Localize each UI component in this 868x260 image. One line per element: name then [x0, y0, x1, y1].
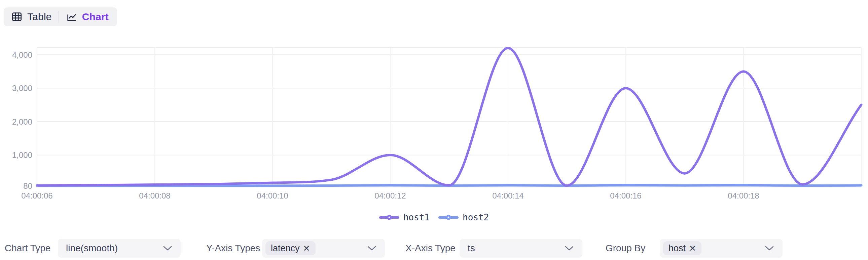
chart-type-value: line(smooth) [58, 243, 118, 254]
chevron-down-icon [565, 246, 574, 251]
group-by-chip-text: host [669, 243, 686, 254]
group-by-select[interactable]: host ✕ [660, 239, 782, 258]
table-icon [11, 11, 23, 23]
x-axis-type-select[interactable]: ts [460, 239, 582, 258]
x-axis-type-value: ts [460, 243, 475, 254]
legend-marker-host1 [379, 216, 399, 219]
svg-text:1,000: 1,000 [12, 150, 32, 159]
y-axis-chip-latency[interactable]: latency ✕ [266, 241, 316, 255]
svg-text:2,000: 2,000 [12, 117, 32, 126]
svg-text:04:00:10: 04:00:10 [257, 191, 288, 200]
svg-text:04:00:14: 04:00:14 [492, 191, 524, 200]
y-axis-types-label: Y-Axis Types [206, 239, 260, 258]
chevron-down-icon [367, 246, 376, 251]
group-by-label: Group By [606, 239, 645, 258]
svg-text:4,000: 4,000 [12, 50, 32, 60]
legend-label-host2: host2 [463, 212, 489, 222]
chart-type-label: Chart Type [5, 239, 51, 258]
svg-text:04:00:06: 04:00:06 [21, 191, 53, 200]
chevron-down-icon [765, 246, 774, 251]
tab-table[interactable]: Table [7, 7, 56, 26]
chevron-down-icon [163, 246, 172, 251]
svg-text:3,000: 3,000 [12, 84, 32, 93]
svg-text:04:00:12: 04:00:12 [374, 191, 406, 200]
tab-table-label: Table [27, 11, 52, 23]
tab-chart[interactable]: Chart [62, 7, 113, 26]
legend-label-host1: host1 [403, 212, 430, 222]
legend-item-host2[interactable]: host2 [438, 212, 489, 222]
remove-chip-icon[interactable]: ✕ [303, 244, 310, 253]
remove-chip-icon[interactable]: ✕ [689, 244, 696, 253]
svg-text:04:00:18: 04:00:18 [728, 191, 759, 200]
x-axis-type-label: X-Axis Type [405, 239, 456, 258]
legend-marker-host2 [438, 216, 459, 219]
toggle-divider [59, 11, 59, 23]
chart-legend: host1 host2 [0, 211, 868, 224]
group-by-chip-host[interactable]: host ✕ [663, 241, 702, 255]
svg-text:04:00:08: 04:00:08 [139, 191, 170, 200]
line-chart-plot-area[interactable]: 801,0002,0003,0004,00004:00:0604:00:0804… [0, 27, 868, 205]
svg-text:80: 80 [23, 181, 32, 190]
line-chart-icon [66, 11, 78, 23]
y-axis-types-select[interactable]: latency ✕ [262, 239, 385, 258]
legend-item-host1[interactable]: host1 [379, 212, 430, 222]
view-toggle: Table Chart [4, 7, 117, 26]
tab-chart-label: Chart [82, 11, 108, 23]
y-axis-chip-text: latency [271, 243, 300, 254]
svg-text:04:00:16: 04:00:16 [610, 191, 641, 200]
chart-type-select[interactable]: line(smooth) [58, 239, 181, 258]
